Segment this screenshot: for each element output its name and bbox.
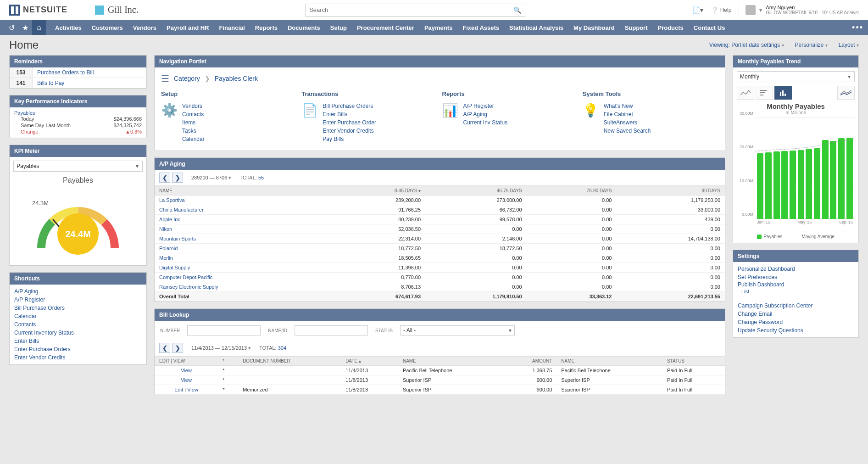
- bar[interactable]: [822, 140, 829, 219]
- shortcut-link[interactable]: Enter Bills: [14, 337, 142, 345]
- nav-tab[interactable]: Documents: [288, 24, 320, 31]
- star-icon[interactable]: ★: [18, 20, 32, 35]
- reminder-label[interactable]: Bills to Pay: [33, 78, 69, 88]
- nav-tab[interactable]: Reports: [255, 24, 278, 31]
- pager-prev[interactable]: ❮: [159, 173, 170, 183]
- viewing-control[interactable]: Viewing: Portlet date settings ▾: [709, 42, 784, 48]
- nav-link[interactable]: What's New: [604, 102, 651, 110]
- nav-link[interactable]: Tasks: [182, 127, 205, 135]
- shortcut-link[interactable]: Enter Vendor Credits: [14, 353, 142, 362]
- nav-tab[interactable]: Fixed Assets: [462, 24, 499, 31]
- nav-link[interactable]: New Saved Search: [604, 127, 651, 135]
- bar[interactable]: [757, 153, 763, 219]
- nav-tab[interactable]: Customers: [92, 24, 123, 31]
- publish-list-link[interactable]: List: [741, 288, 854, 295]
- settings-link[interactable]: Change Email: [738, 310, 854, 318]
- nav-link[interactable]: Enter Bills: [323, 110, 376, 118]
- shortcut-link[interactable]: A/P Register: [14, 296, 142, 304]
- vendor-link[interactable]: Ramsey Electronic Supply: [159, 284, 218, 290]
- help-link[interactable]: ❔ Help: [711, 6, 732, 14]
- home-icon[interactable]: ⌂: [32, 20, 46, 35]
- nav-tab[interactable]: My Dashboard: [573, 24, 615, 31]
- vendor-link[interactable]: China Manufacturer: [159, 207, 204, 212]
- nav-link[interactable]: Vendors: [182, 102, 205, 110]
- nav-link[interactable]: Contacts: [182, 110, 205, 118]
- bar[interactable]: [814, 148, 820, 219]
- shortcut-link[interactable]: Calendar: [14, 312, 142, 320]
- bar[interactable]: [798, 150, 804, 219]
- nav-link[interactable]: Items: [182, 118, 205, 127]
- nav-tab[interactable]: Statistical Analysis: [509, 24, 563, 31]
- nav-link[interactable]: Pay Bills: [323, 135, 376, 143]
- shortcut-link[interactable]: A/P Aging: [14, 287, 142, 296]
- vendor-link[interactable]: Mountain Sports: [159, 236, 196, 241]
- breadcrumb-current[interactable]: Payables Clerk: [215, 75, 258, 82]
- nav-link[interactable]: Enter Vendor Credits: [323, 127, 376, 135]
- nav-tab[interactable]: Setup: [330, 24, 347, 31]
- table-header[interactable]: NAME: [155, 186, 333, 196]
- shortcut-link[interactable]: Enter Purchase Orders: [14, 345, 142, 353]
- table-header[interactable]: DATE ▴: [341, 357, 398, 366]
- nav-tab[interactable]: Support: [625, 24, 648, 31]
- reminder-row[interactable]: 141Bills to Pay: [10, 78, 146, 88]
- nav-tab[interactable]: Financial: [219, 24, 245, 31]
- table-header[interactable]: 76-90 DAYS: [527, 186, 617, 196]
- bar[interactable]: [806, 149, 812, 219]
- table-header[interactable]: NAME: [398, 357, 504, 366]
- nav-tab[interactable]: Products: [657, 24, 683, 31]
- search-input[interactable]: [309, 6, 521, 13]
- breadcrumb-category[interactable]: Category: [174, 75, 200, 82]
- feedback-icon[interactable]: 📄▾: [692, 6, 703, 14]
- nav-tab[interactable]: Payroll and HR: [167, 24, 209, 31]
- bar[interactable]: [781, 151, 788, 219]
- table-header[interactable]: STATUS: [662, 357, 725, 366]
- chart-type-list-icon[interactable]: [756, 86, 773, 100]
- nav-link[interactable]: Bill Purchase Orders: [323, 102, 376, 110]
- search-icon[interactable]: 🔍: [513, 6, 521, 14]
- settings-link[interactable]: Campaign Subscription Center: [738, 302, 854, 310]
- nav-link[interactable]: SuiteAnswers: [604, 118, 651, 127]
- trend-select[interactable]: Monthly: [737, 71, 855, 82]
- table-header[interactable]: AMOUNT: [504, 357, 557, 366]
- table-header[interactable]: DOCUMENT NUMBER: [238, 357, 341, 366]
- bl-nameid-input[interactable]: [295, 325, 368, 335]
- nav-tab[interactable]: Payments: [424, 24, 452, 31]
- table-header[interactable]: *: [218, 357, 238, 366]
- nav-link[interactable]: File Cabinet: [604, 110, 651, 118]
- table-header[interactable]: NAME: [556, 357, 662, 366]
- settings-link[interactable]: Publish Dashboard: [738, 280, 784, 289]
- bar[interactable]: [773, 151, 780, 219]
- vendor-link[interactable]: Computer Depot Pacific: [159, 274, 212, 280]
- table-header[interactable]: 0-45 DAYS ▾: [333, 186, 425, 196]
- chart-type-bar-icon[interactable]: [774, 86, 792, 100]
- shortcut-link[interactable]: Bill Purchase Orders: [14, 304, 142, 312]
- nav-link[interactable]: A/P Register: [463, 102, 508, 110]
- bl-number-input[interactable]: [187, 325, 261, 335]
- pager-next[interactable]: ❯: [172, 173, 183, 183]
- hamburger-icon[interactable]: ☰: [161, 73, 169, 84]
- vendor-link[interactable]: La Sportiva: [159, 197, 185, 203]
- vendor-link[interactable]: Polaroid: [159, 246, 178, 251]
- vendor-link[interactable]: Nikon: [159, 226, 172, 232]
- shortcut-link[interactable]: Contacts: [14, 320, 142, 329]
- row-action[interactable]: View: [181, 377, 192, 383]
- recent-icon[interactable]: ↺: [5, 20, 18, 35]
- chart-type-area-icon[interactable]: [737, 86, 754, 100]
- nav-link[interactable]: Enter Purchase Order: [323, 118, 376, 127]
- vendor-link[interactable]: Apple Inc: [159, 217, 180, 222]
- settings-link[interactable]: Personalize Dashboard: [738, 265, 854, 273]
- table-header[interactable]: 46-75 DAYS: [425, 186, 526, 196]
- bl-range[interactable]: 11/4/2013 — 12/15/2013 ▾: [191, 345, 251, 351]
- kpi-group-link[interactable]: Payables: [14, 110, 35, 116]
- row-action[interactable]: View: [181, 368, 192, 373]
- global-search[interactable]: 🔍: [305, 4, 525, 17]
- row-action[interactable]: Edit: [174, 387, 183, 392]
- user-menu[interactable]: ▾ Amy Nguyen Gill OW WD/RETAIL 9/10 - 10…: [739, 5, 859, 15]
- table-header[interactable]: 90 DAYS: [616, 186, 725, 196]
- bl-status-select[interactable]: - All -: [400, 325, 515, 335]
- table-header[interactable]: EDIT | VIEW: [155, 357, 218, 366]
- reminder-row[interactable]: 153Purchase Orders to Bill: [10, 67, 146, 78]
- company-name[interactable]: Gill Inc.: [95, 5, 139, 15]
- vendor-link[interactable]: Digital Supply: [159, 265, 190, 270]
- ap-aging-range[interactable]: 289200 — 8706 ▾: [191, 175, 231, 181]
